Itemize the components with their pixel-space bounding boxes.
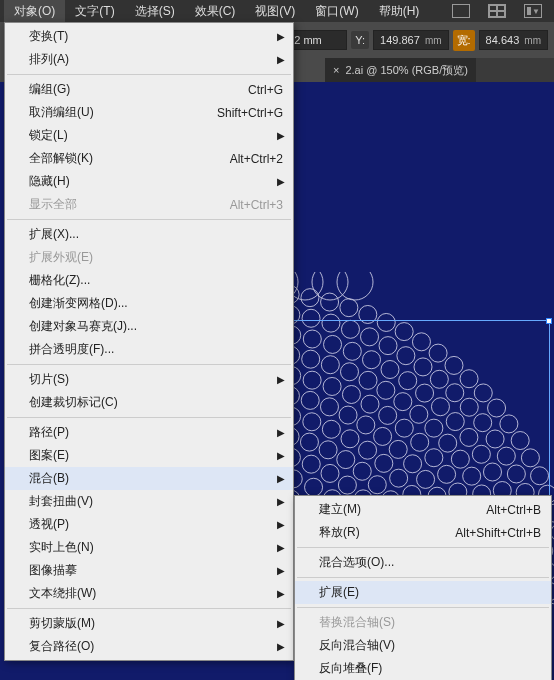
handle-icon[interactable] <box>546 318 552 324</box>
separator <box>7 219 291 220</box>
smi-frontback[interactable]: 反向堆叠(F) <box>295 657 551 680</box>
mi-expand[interactable]: 扩展(X)... <box>5 223 293 246</box>
chevron-right-icon: ▶ <box>277 496 285 507</box>
shortcut: Ctrl+G <box>228 83 283 97</box>
mi-expandapp: 扩展外观(E) <box>5 246 293 269</box>
chevron-right-icon: ▶ <box>277 130 285 141</box>
mi-gradmesh[interactable]: 创建渐变网格(D)... <box>5 292 293 315</box>
layout-icon-1[interactable] <box>452 4 470 18</box>
chevron-right-icon: ▶ <box>277 565 285 576</box>
mi-group[interactable]: 编组(G)Ctrl+G <box>5 78 293 101</box>
w-label: 宽: <box>453 30 475 51</box>
menubar: 对象(O) 文字(T) 选择(S) 效果(C) 视图(V) 窗口(W) 帮助(H… <box>0 0 554 22</box>
smi-reverse[interactable]: 反向混合轴(V) <box>295 634 551 657</box>
smi-make[interactable]: 建立(M)Alt+Ctrl+B <box>295 498 551 521</box>
separator <box>297 607 549 608</box>
chevron-right-icon: ▶ <box>277 374 285 385</box>
shortcut: Alt+Ctrl+B <box>466 503 541 517</box>
shortcut: Shift+Ctrl+G <box>197 106 283 120</box>
mi-compound[interactable]: 复合路径(O)▶ <box>5 635 293 658</box>
object-menu-dropdown: 变换(T)▶ 排列(A)▶ 编组(G)Ctrl+G 取消编组(U)Shift+C… <box>4 22 294 661</box>
blend-submenu: 建立(M)Alt+Ctrl+B 释放(R)Alt+Shift+Ctrl+B 混合… <box>294 495 552 680</box>
menu-effect[interactable]: 效果(C) <box>185 0 246 23</box>
mi-path[interactable]: 路径(P)▶ <box>5 421 293 444</box>
chevron-right-icon: ▶ <box>277 519 285 530</box>
chevron-right-icon: ▶ <box>277 427 285 438</box>
chevron-right-icon: ▶ <box>277 31 285 42</box>
mi-imgtrace[interactable]: 图像描摹▶ <box>5 559 293 582</box>
chevron-right-icon: ▶ <box>277 450 285 461</box>
separator <box>297 547 549 548</box>
mi-hide[interactable]: 隐藏(H)▶ <box>5 170 293 193</box>
layout-icon-2[interactable] <box>488 4 506 18</box>
svg-point-194 <box>340 299 358 317</box>
smi-release[interactable]: 释放(R)Alt+Shift+Ctrl+B <box>295 521 551 544</box>
shortcut: Alt+Ctrl+3 <box>210 198 283 212</box>
svg-point-193 <box>321 293 339 311</box>
chevron-right-icon: ▶ <box>277 54 285 65</box>
mi-clip[interactable]: 剪切蒙版(M)▶ <box>5 612 293 635</box>
menu-view[interactable]: 视图(V) <box>245 0 305 23</box>
mi-arrange[interactable]: 排列(A)▶ <box>5 48 293 71</box>
menu-select[interactable]: 选择(S) <box>125 0 185 23</box>
mi-blend[interactable]: 混合(B)▶ <box>5 467 293 490</box>
separator <box>7 364 291 365</box>
workspace-icons: ▼ <box>452 4 550 18</box>
separator <box>7 417 291 418</box>
mi-trim[interactable]: 创建裁切标记(C) <box>5 391 293 414</box>
mi-rasterize[interactable]: 栅格化(Z)... <box>5 269 293 292</box>
chevron-right-icon: ▶ <box>277 618 285 629</box>
mi-lock[interactable]: 锁定(L)▶ <box>5 124 293 147</box>
svg-point-218 <box>337 272 373 300</box>
x-value[interactable]: 2 mm <box>287 30 347 50</box>
smi-opts[interactable]: 混合选项(O)... <box>295 551 551 574</box>
chevron-right-icon: ▶ <box>277 542 285 553</box>
mi-slice[interactable]: 切片(S)▶ <box>5 368 293 391</box>
document-tab[interactable]: × 2.ai @ 150% (RGB/预览) <box>325 58 476 82</box>
mi-pattern[interactable]: 图案(E)▶ <box>5 444 293 467</box>
chevron-right-icon: ▶ <box>277 473 285 484</box>
tab-label: 2.ai @ 150% (RGB/预览) <box>345 63 467 78</box>
shortcut: Alt+Ctrl+2 <box>210 152 283 166</box>
mi-flatten[interactable]: 拼合透明度(F)... <box>5 338 293 361</box>
mi-mosaic[interactable]: 创建对象马赛克(J)... <box>5 315 293 338</box>
smi-expand[interactable]: 扩展(E) <box>295 581 551 604</box>
mi-showall: 显示全部Alt+Ctrl+3 <box>5 193 293 216</box>
separator <box>297 577 549 578</box>
menu-window[interactable]: 窗口(W) <box>305 0 368 23</box>
mi-transform[interactable]: 变换(T)▶ <box>5 25 293 48</box>
separator <box>7 74 291 75</box>
close-icon[interactable]: × <box>333 64 339 76</box>
menu-type[interactable]: 文字(T) <box>65 0 124 23</box>
menu-help[interactable]: 帮助(H) <box>369 0 430 23</box>
smi-replace: 替换混合轴(S) <box>295 611 551 634</box>
chevron-right-icon: ▶ <box>277 588 285 599</box>
svg-point-217 <box>312 272 348 300</box>
mi-ungroup[interactable]: 取消编组(U)Shift+Ctrl+G <box>5 101 293 124</box>
y-value[interactable]: 149.867 mm <box>373 30 449 50</box>
shortcut: Alt+Shift+Ctrl+B <box>435 526 541 540</box>
chevron-right-icon: ▶ <box>277 641 285 652</box>
chevron-right-icon: ▶ <box>277 176 285 187</box>
mi-livepaint[interactable]: 实时上色(N)▶ <box>5 536 293 559</box>
menu-object[interactable]: 对象(O) <box>4 0 65 23</box>
mi-perspective[interactable]: 透视(P)▶ <box>5 513 293 536</box>
w-value[interactable]: 84.643 mm <box>479 30 548 50</box>
separator <box>7 608 291 609</box>
mi-textwrap[interactable]: 文本绕排(W)▶ <box>5 582 293 605</box>
y-label: Y: <box>351 31 369 49</box>
mi-envelope[interactable]: 封套扭曲(V)▶ <box>5 490 293 513</box>
mi-unlockall[interactable]: 全部解锁(K)Alt+Ctrl+2 <box>5 147 293 170</box>
svg-point-192 <box>301 289 319 307</box>
layout-dropdown-icon[interactable]: ▼ <box>524 4 542 18</box>
